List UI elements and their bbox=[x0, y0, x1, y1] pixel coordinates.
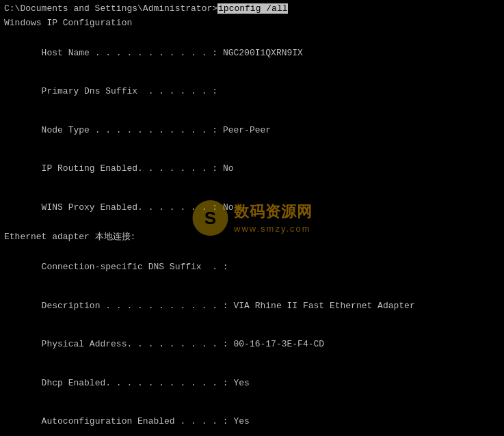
node-type-value: Peer-Peer bbox=[217, 125, 271, 135]
eth-autoconf: Autoconfiguration Enabled . . . . : Yes bbox=[0, 403, 504, 436]
host-name-line: Host Name . . . . . . . . . . . : NGC200… bbox=[0, 34, 504, 73]
eth-dhcp: Dhcp Enabled. . . . . . . . . . . : Yes bbox=[0, 364, 504, 403]
eth-dns-suffix: Connection-specific DNS Suffix . : bbox=[0, 248, 504, 287]
wins-proxy-line: WINS Proxy Enabled. . . . . . . : No bbox=[0, 189, 504, 228]
eth-description: Description . . . . . . . . . . . : VIA … bbox=[0, 287, 504, 326]
eth-physical: Physical Address. . . . . . . . . : 00-1… bbox=[0, 325, 504, 364]
wins-proxy-value: No bbox=[217, 202, 233, 213]
host-name-value: NGC200I1QXRN9IX bbox=[217, 48, 303, 58]
ip-routing-value: No bbox=[217, 163, 233, 174]
windows-ip-config: Windows IP Configuration bbox=[0, 17, 504, 30]
node-type-line: Node Type . . . . . . . . . . . : Peer-P… bbox=[0, 111, 504, 150]
ethernet-title: Ethernet adapter 本地连接: bbox=[0, 231, 504, 244]
command-text: ipconfig /all bbox=[217, 3, 288, 14]
primary-dns-line: Primary Dns Suffix . . . . . . : bbox=[0, 72, 504, 111]
terminal-window: C:\Documents and Settings\Administrator>… bbox=[0, 0, 504, 436]
prompt-text: C:\Documents and Settings\Administrator> bbox=[4, 3, 217, 14]
node-type-label: Node Type . . . . . . . . . . . : bbox=[25, 125, 217, 135]
ip-routing-label: IP Routing Enabled. . . . . . . : bbox=[25, 163, 217, 174]
primary-dns-label: Primary Dns Suffix . . . . . . : bbox=[25, 86, 217, 96]
host-name-label: Host Name . . . . . . . . . . . : bbox=[25, 48, 217, 58]
wins-proxy-label: WINS Proxy Enabled. . . . . . . : bbox=[25, 202, 217, 213]
ip-routing-line: IP Routing Enabled. . . . . . . : No bbox=[0, 150, 504, 189]
prompt-line: C:\Documents and Settings\Administrator>… bbox=[0, 0, 504, 17]
